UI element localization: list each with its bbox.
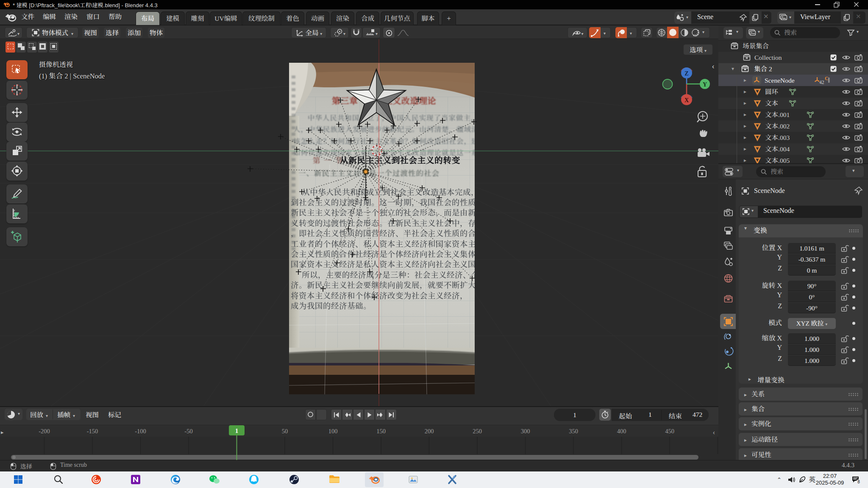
svg-text:450: 450: [665, 428, 674, 435]
svg-text:-100: -100: [135, 428, 146, 435]
svg-text:50: 50: [282, 428, 288, 435]
svg-text:Z: Z: [684, 70, 688, 77]
svg-text:100: 100: [328, 428, 338, 435]
svg-text:Y: Y: [703, 81, 707, 88]
svg-text:1: 1: [235, 427, 239, 434]
svg-text:300: 300: [521, 428, 530, 435]
svg-text:X: X: [684, 97, 689, 103]
svg-text:-50: -50: [184, 428, 192, 435]
svg-text:200: 200: [425, 428, 434, 435]
svg-text:250: 250: [473, 428, 482, 435]
svg-text:150: 150: [376, 428, 386, 435]
svg-text:8: 8: [857, 480, 860, 484]
svg-text:400: 400: [617, 428, 626, 435]
svg-text:C: C: [825, 76, 829, 81]
svg-text:350: 350: [569, 428, 578, 435]
svg-text:-150: -150: [87, 428, 98, 435]
svg-text:-200: -200: [39, 428, 50, 435]
svg-text:42: 42: [819, 80, 824, 85]
